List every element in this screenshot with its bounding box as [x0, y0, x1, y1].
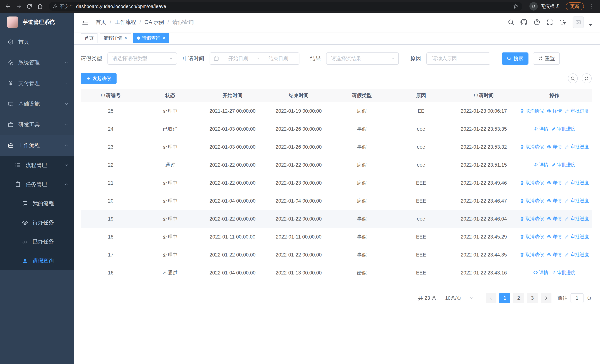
sidebar-item-process-mgmt[interactable]: 流程管理 [0, 156, 74, 175]
end-date-placeholder: 结束日期 [262, 55, 295, 62]
table-row: 18处理中2022-01-11 00:00:002022-01-11 00:00… [81, 228, 591, 246]
toggle-search-button[interactable] [568, 73, 578, 84]
page-button-1[interactable]: 1 [499, 293, 510, 304]
tab-label: 首页 [84, 35, 94, 41]
detail-link[interactable]: 详情 [547, 252, 562, 258]
detail-link[interactable]: 详情 [533, 270, 548, 276]
approval-progress-link[interactable]: 审批进度 [551, 162, 575, 168]
sidebar-item-my-process[interactable]: 我的流程 [0, 194, 74, 213]
browser-reload-button[interactable] [24, 1, 35, 11]
approval-progress-link[interactable]: 审批进度 [565, 215, 589, 222]
cell-apply-time: 2022-01-22 23:46:47 [450, 192, 517, 210]
detail-link[interactable]: 详情 [547, 233, 562, 240]
apply-time-range-picker[interactable]: 开始日期 - 结束日期 [210, 52, 300, 65]
cancel-leave-link[interactable]: 取消请假 [520, 108, 544, 114]
sidebar-item-leave-query[interactable]: 请假查询 [0, 251, 74, 271]
sidebar-item-system[interactable]: 系统管理 [0, 52, 74, 73]
page-button-3[interactable]: 3 [527, 293, 538, 304]
sidebar-item-payment[interactable]: 支付管理 [0, 73, 74, 93]
user-menu-caret-icon[interactable] [587, 21, 594, 28]
security-status[interactable]: 不安全 [53, 3, 73, 9]
sidebar-item-label: 待办任务 [32, 219, 54, 226]
close-icon[interactable]: × [163, 36, 166, 41]
cancel-leave-link[interactable]: 取消请假 [520, 233, 544, 240]
bookmark-star-icon[interactable] [513, 3, 519, 9]
sidebar-item-infrastructure[interactable]: 基础设施 [0, 94, 74, 114]
cancel-leave-link[interactable]: 取消请假 [520, 252, 544, 258]
reset-button[interactable]: 重置 [533, 52, 560, 65]
prev-page-button[interactable] [486, 293, 497, 304]
breadcrumb-item[interactable]: 首页 [96, 19, 106, 26]
sidebar-item-home[interactable]: 首页 [0, 32, 74, 52]
detail-link[interactable]: 详情 [533, 162, 548, 168]
refresh-table-button[interactable] [582, 73, 592, 84]
detail-link[interactable]: 详情 [547, 180, 562, 186]
tab-home[interactable]: 首页 [81, 33, 97, 43]
detail-link[interactable]: 详情 [547, 215, 562, 222]
browser-forward-button[interactable] [14, 1, 24, 11]
browser-back-button[interactable] [3, 1, 13, 11]
cancel-leave-link-label: 取消请假 [525, 180, 544, 186]
reason-input[interactable] [428, 53, 489, 64]
browser-update-button[interactable]: 更新 [566, 2, 584, 10]
cell-status: 处理中 [141, 228, 200, 246]
table-toolbar: 发起请假 [81, 73, 591, 84]
sidebar-item-workflow[interactable]: 工作流程 [0, 135, 74, 156]
sidebar-item-devtools[interactable]: 研发工具 [0, 114, 74, 135]
approval-progress-link[interactable]: 审批进度 [565, 252, 589, 258]
collapse-sidebar-icon[interactable] [82, 19, 89, 26]
cancel-leave-link[interactable]: 取消请假 [520, 215, 544, 222]
detail-link[interactable]: 详情 [533, 126, 548, 132]
cell-reason: EE [392, 102, 450, 120]
breadcrumb-item[interactable]: OA 示例 [144, 19, 164, 26]
detail-link[interactable]: 详情 [547, 197, 562, 204]
search-button[interactable]: 搜索 [502, 52, 528, 65]
cancel-leave-link[interactable]: 取消请假 [520, 180, 544, 186]
approval-progress-link[interactable]: 审批进度 [551, 126, 575, 132]
detail-link[interactable]: 详情 [547, 108, 562, 114]
approval-progress-link[interactable]: 审批进度 [565, 108, 589, 114]
font-size-icon[interactable] [559, 19, 566, 26]
detail-link[interactable]: 详情 [547, 144, 562, 150]
result-select[interactable]: 请选择流结果 [326, 52, 399, 65]
github-icon[interactable] [521, 19, 527, 26]
user-avatar[interactable] [572, 17, 584, 28]
tab-leave-query[interactable]: 请假查询× [133, 33, 169, 43]
leave-type-select[interactable]: 请选择请假类型 [107, 52, 177, 65]
cell-end-time: 2022-01-23 00:00:00 [265, 174, 332, 192]
search-icon[interactable] [507, 19, 514, 26]
approval-progress-link[interactable]: 审批进度 [551, 270, 575, 276]
fullscreen-icon[interactable] [546, 19, 553, 26]
page-size-select[interactable]: 10条/页 [442, 293, 477, 304]
detail-link-label: 详情 [553, 233, 562, 240]
browser-menu-button[interactable] [587, 1, 597, 11]
trash-icon [520, 180, 525, 185]
cancel-leave-link[interactable]: 取消请假 [520, 197, 544, 204]
tab-process-detail[interactable]: 流程详情× [100, 33, 131, 43]
breadcrumb-item[interactable]: 工作流程 [115, 19, 136, 26]
goto-page-input[interactable] [571, 293, 583, 303]
create-leave-button[interactable]: 发起请假 [81, 73, 117, 84]
next-page-button[interactable] [541, 293, 552, 304]
sidebar-item-todo-tasks[interactable]: 待办任务 [0, 213, 74, 232]
approval-progress-link-label: 审批进度 [571, 180, 589, 186]
help-icon[interactable] [534, 19, 540, 26]
column-header: 申请时间 [450, 89, 517, 102]
plus-icon [86, 76, 91, 81]
cancel-leave-link[interactable]: 取消请假 [520, 144, 544, 150]
address-bar[interactable]: 不安全 dashboard.yudao.iocoder.cn/bpm/oa/le… [49, 2, 522, 11]
approval-progress-link[interactable]: 审批进度 [565, 180, 589, 186]
table-header-row: 申请编号状态开始时间结束时间请假类型原因申请时间操作 [81, 89, 591, 102]
approval-progress-link[interactable]: 审批进度 [565, 197, 589, 204]
approval-progress-link[interactable]: 审批进度 [565, 233, 589, 240]
cell-apply-time: 2022-01-22 23:44:35 [450, 246, 517, 264]
page-button-2[interactable]: 2 [513, 293, 524, 304]
close-icon[interactable]: × [124, 36, 127, 41]
sidebar-item-task-mgmt[interactable]: 任务管理 [0, 175, 74, 194]
cell-apply-time: 2022-01-22 23:46:04 [450, 210, 517, 228]
cell-end-time: 2022-01-22 00:00:00 [265, 246, 332, 264]
sidebar-item-done-tasks[interactable]: 已办任务 [0, 232, 74, 251]
approval-progress-link[interactable]: 审批进度 [565, 144, 589, 150]
breadcrumb-separator: / [110, 19, 111, 25]
browser-home-button[interactable] [35, 1, 45, 11]
